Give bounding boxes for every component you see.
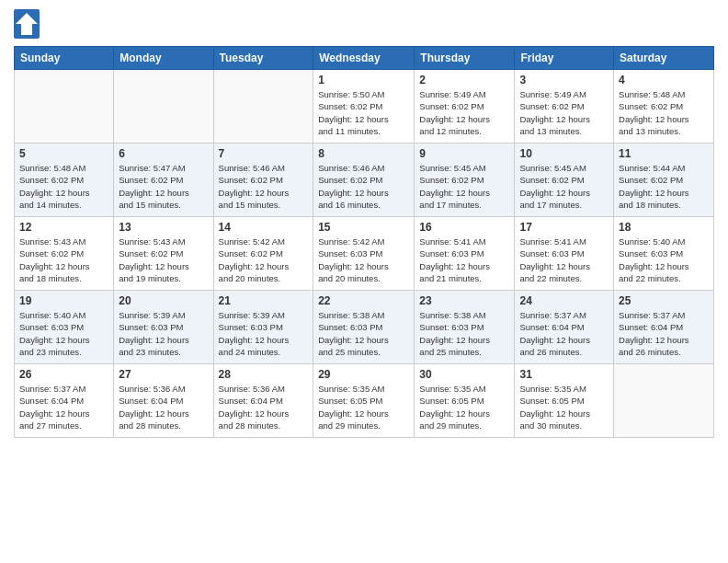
day-number: 24 <box>519 294 609 307</box>
calendar-cell: 12Sunrise: 5:43 AM Sunset: 6:02 PM Dayli… <box>15 217 114 291</box>
weekday-header-wednesday: Wednesday <box>313 47 415 70</box>
day-info: Sunrise: 5:37 AM Sunset: 6:04 PM Dayligh… <box>19 383 108 431</box>
calendar-week-5: 26Sunrise: 5:37 AM Sunset: 6:04 PM Dayli… <box>15 364 714 438</box>
calendar-cell: 10Sunrise: 5:45 AM Sunset: 6:02 PM Dayli… <box>515 144 614 217</box>
day-info: Sunrise: 5:45 AM Sunset: 6:02 PM Dayligh… <box>419 162 509 211</box>
day-number: 29 <box>318 368 409 381</box>
day-number: 1 <box>318 74 409 86</box>
day-number: 11 <box>619 147 709 160</box>
calendar-cell: 8Sunrise: 5:46 AM Sunset: 6:02 PM Daylig… <box>313 144 415 217</box>
calendar-cell: 19Sunrise: 5:40 AM Sunset: 6:03 PM Dayli… <box>15 291 114 364</box>
day-number: 27 <box>119 368 208 381</box>
logo <box>14 9 43 39</box>
calendar-cell: 4Sunrise: 5:48 AM Sunset: 6:02 PM Daylig… <box>614 70 714 144</box>
day-number: 3 <box>519 74 609 86</box>
calendar-cell <box>213 70 313 144</box>
weekday-header-tuesday: Tuesday <box>213 47 313 70</box>
calendar-cell <box>614 364 714 438</box>
calendar-cell: 25Sunrise: 5:37 AM Sunset: 6:04 PM Dayli… <box>614 291 714 364</box>
calendar-cell: 28Sunrise: 5:36 AM Sunset: 6:04 PM Dayli… <box>213 364 313 438</box>
calendar-week-3: 12Sunrise: 5:43 AM Sunset: 6:02 PM Dayli… <box>15 217 714 291</box>
calendar-cell: 17Sunrise: 5:41 AM Sunset: 6:03 PM Dayli… <box>515 217 614 291</box>
calendar-cell: 13Sunrise: 5:43 AM Sunset: 6:02 PM Dayli… <box>114 217 213 291</box>
calendar-cell <box>114 70 213 144</box>
calendar-cell: 14Sunrise: 5:42 AM Sunset: 6:02 PM Dayli… <box>213 217 313 291</box>
calendar-cell: 20Sunrise: 5:39 AM Sunset: 6:03 PM Dayli… <box>114 291 213 364</box>
weekday-header-saturday: Saturday <box>614 47 714 70</box>
day-number: 14 <box>219 221 309 234</box>
day-number: 21 <box>219 294 309 307</box>
day-info: Sunrise: 5:37 AM Sunset: 6:04 PM Dayligh… <box>619 309 709 358</box>
day-number: 5 <box>19 147 108 160</box>
day-number: 4 <box>619 74 709 86</box>
calendar-cell: 11Sunrise: 5:44 AM Sunset: 6:02 PM Dayli… <box>614 144 714 217</box>
day-number: 31 <box>519 368 609 381</box>
calendar-cell: 22Sunrise: 5:38 AM Sunset: 6:03 PM Dayli… <box>313 291 415 364</box>
calendar-cell: 18Sunrise: 5:40 AM Sunset: 6:03 PM Dayli… <box>614 217 714 291</box>
day-info: Sunrise: 5:48 AM Sunset: 6:02 PM Dayligh… <box>619 88 709 137</box>
calendar-cell: 24Sunrise: 5:37 AM Sunset: 6:04 PM Dayli… <box>515 291 614 364</box>
day-number: 9 <box>419 147 509 160</box>
calendar-body: 1Sunrise: 5:50 AM Sunset: 6:02 PM Daylig… <box>15 70 714 438</box>
weekday-header-friday: Friday <box>515 47 614 70</box>
calendar-week-4: 19Sunrise: 5:40 AM Sunset: 6:03 PM Dayli… <box>15 291 714 364</box>
calendar: SundayMondayTuesdayWednesdayThursdayFrid… <box>14 46 714 438</box>
day-number: 10 <box>519 147 609 160</box>
weekday-header-thursday: Thursday <box>415 47 515 70</box>
calendar-cell: 2Sunrise: 5:49 AM Sunset: 6:02 PM Daylig… <box>415 70 515 144</box>
day-info: Sunrise: 5:49 AM Sunset: 6:02 PM Dayligh… <box>419 88 509 137</box>
calendar-cell: 15Sunrise: 5:42 AM Sunset: 6:03 PM Dayli… <box>313 217 415 291</box>
day-info: Sunrise: 5:39 AM Sunset: 6:03 PM Dayligh… <box>219 309 309 358</box>
weekday-header-monday: Monday <box>114 47 213 70</box>
day-info: Sunrise: 5:42 AM Sunset: 6:03 PM Dayligh… <box>318 236 409 284</box>
day-number: 12 <box>19 221 108 234</box>
weekday-header-sunday: Sunday <box>15 47 114 70</box>
day-info: Sunrise: 5:35 AM Sunset: 6:05 PM Dayligh… <box>419 383 509 431</box>
calendar-cell: 7Sunrise: 5:46 AM Sunset: 6:02 PM Daylig… <box>213 144 313 217</box>
day-number: 28 <box>219 368 309 381</box>
day-info: Sunrise: 5:40 AM Sunset: 6:03 PM Dayligh… <box>19 309 108 358</box>
calendar-cell: 1Sunrise: 5:50 AM Sunset: 6:02 PM Daylig… <box>313 70 415 144</box>
calendar-week-1: 1Sunrise: 5:50 AM Sunset: 6:02 PM Daylig… <box>15 70 714 144</box>
day-number: 22 <box>318 294 409 307</box>
day-info: Sunrise: 5:41 AM Sunset: 6:03 PM Dayligh… <box>519 236 609 284</box>
calendar-cell: 26Sunrise: 5:37 AM Sunset: 6:04 PM Dayli… <box>15 364 114 438</box>
day-info: Sunrise: 5:47 AM Sunset: 6:02 PM Dayligh… <box>119 162 208 211</box>
calendar-cell <box>15 70 114 144</box>
day-info: Sunrise: 5:43 AM Sunset: 6:02 PM Dayligh… <box>119 236 208 284</box>
day-number: 19 <box>19 294 108 307</box>
calendar-cell: 29Sunrise: 5:35 AM Sunset: 6:05 PM Dayli… <box>313 364 415 438</box>
day-number: 26 <box>19 368 108 381</box>
calendar-cell: 6Sunrise: 5:47 AM Sunset: 6:02 PM Daylig… <box>114 144 213 217</box>
page: SundayMondayTuesdayWednesdayThursdayFrid… <box>0 0 728 563</box>
day-info: Sunrise: 5:41 AM Sunset: 6:03 PM Dayligh… <box>419 236 509 284</box>
day-info: Sunrise: 5:44 AM Sunset: 6:02 PM Dayligh… <box>619 162 709 211</box>
day-info: Sunrise: 5:46 AM Sunset: 6:02 PM Dayligh… <box>318 162 409 211</box>
day-info: Sunrise: 5:39 AM Sunset: 6:03 PM Dayligh… <box>119 309 208 358</box>
day-info: Sunrise: 5:36 AM Sunset: 6:04 PM Dayligh… <box>119 383 208 431</box>
day-number: 25 <box>619 294 709 307</box>
day-number: 2 <box>419 74 509 86</box>
calendar-week-2: 5Sunrise: 5:48 AM Sunset: 6:02 PM Daylig… <box>15 144 714 217</box>
day-number: 16 <box>419 221 509 234</box>
calendar-cell: 3Sunrise: 5:49 AM Sunset: 6:02 PM Daylig… <box>515 70 614 144</box>
day-info: Sunrise: 5:38 AM Sunset: 6:03 PM Dayligh… <box>419 309 509 358</box>
calendar-cell: 5Sunrise: 5:48 AM Sunset: 6:02 PM Daylig… <box>15 144 114 217</box>
day-info: Sunrise: 5:50 AM Sunset: 6:02 PM Dayligh… <box>318 88 409 137</box>
day-info: Sunrise: 5:35 AM Sunset: 6:05 PM Dayligh… <box>519 383 609 431</box>
day-number: 23 <box>419 294 509 307</box>
logo-icon <box>14 9 40 39</box>
calendar-cell: 9Sunrise: 5:45 AM Sunset: 6:02 PM Daylig… <box>415 144 515 217</box>
day-info: Sunrise: 5:40 AM Sunset: 6:03 PM Dayligh… <box>619 236 709 284</box>
day-number: 13 <box>119 221 208 234</box>
day-number: 18 <box>619 221 709 234</box>
calendar-cell: 21Sunrise: 5:39 AM Sunset: 6:03 PM Dayli… <box>213 291 313 364</box>
day-info: Sunrise: 5:46 AM Sunset: 6:02 PM Dayligh… <box>219 162 309 211</box>
day-info: Sunrise: 5:42 AM Sunset: 6:02 PM Dayligh… <box>219 236 309 284</box>
day-number: 8 <box>318 147 409 160</box>
calendar-cell: 23Sunrise: 5:38 AM Sunset: 6:03 PM Dayli… <box>415 291 515 364</box>
day-info: Sunrise: 5:35 AM Sunset: 6:05 PM Dayligh… <box>318 383 409 431</box>
day-number: 30 <box>419 368 509 381</box>
day-info: Sunrise: 5:48 AM Sunset: 6:02 PM Dayligh… <box>19 162 108 211</box>
calendar-cell: 30Sunrise: 5:35 AM Sunset: 6:05 PM Dayli… <box>415 364 515 438</box>
